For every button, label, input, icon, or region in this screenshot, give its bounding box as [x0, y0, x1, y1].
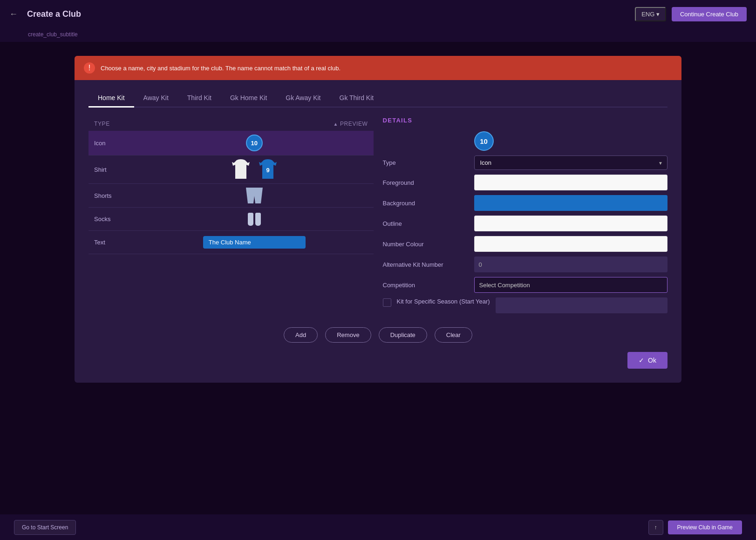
club-name-input[interactable] [203, 236, 306, 249]
outline-label: Outline [383, 220, 467, 227]
detail-row-preview: 10 [383, 131, 668, 151]
background-label: Background [383, 200, 467, 207]
clear-button[interactable]: Clear [435, 327, 472, 343]
subtitle-text: create_club_subtitle [28, 31, 78, 38]
tab-gk-away-kit[interactable]: Gk Away Kit [276, 89, 330, 108]
main-area: ! Choose a name, city and stadium for th… [0, 42, 756, 397]
kit-row-shirt[interactable]: Shirt 9 [89, 155, 374, 184]
tab-home-kit[interactable]: Home Kit [89, 89, 134, 108]
alert-text: Choose a name, city and stadium for the … [101, 65, 341, 72]
number-colour-picker[interactable] [474, 236, 668, 252]
back-button[interactable]: ← [9, 9, 18, 19]
background-color-picker[interactable] [474, 195, 668, 211]
alt-kit-value [474, 256, 668, 272]
top-right-actions: ENG ▾ Continue Create Club [635, 7, 747, 21]
tabs: Home Kit Away Kit Third Kit Gk Home Kit … [89, 89, 667, 108]
details-title: DETAILS [383, 117, 668, 124]
type-select-wrapper: Icon [474, 155, 668, 170]
kit-row-shorts[interactable]: Shorts [89, 184, 374, 208]
left-panel: TYPE ▲ PREVIEW Icon 10 [89, 117, 374, 318]
outline-value [474, 216, 668, 231]
detail-row-competition: Competition Select Competition [383, 277, 668, 293]
go-to-start-button[interactable]: Go to Start Screen [14, 520, 76, 535]
competition-value: Select Competition [474, 277, 668, 293]
detail-row-foreground: Foreground [383, 175, 668, 190]
preview-column-header: ▲ PREVIEW [333, 121, 368, 127]
modal-content: Home Kit Away Kit Third Kit Gk Home Kit … [75, 80, 681, 383]
icon-row-label: Icon [94, 140, 141, 147]
number-colour-value [474, 236, 668, 252]
shirt-plain-icon [232, 159, 250, 180]
detail-row-number-colour: Number Colour [383, 236, 668, 252]
type-label: Type [383, 159, 467, 166]
tab-gk-third-kit[interactable]: Gk Third Kit [330, 89, 383, 108]
number-colour-label: Number Colour [383, 241, 467, 248]
foreground-color-picker[interactable] [474, 175, 668, 190]
top-bar: ← Create a Club ENG ▾ Continue Create Cl… [0, 0, 756, 28]
add-button[interactable]: Add [284, 327, 318, 343]
shirt-blue-icon: 9 [259, 159, 277, 180]
column-headers: TYPE ▲ PREVIEW [89, 117, 374, 131]
shorts-icon [245, 188, 264, 203]
ok-button[interactable]: ✓ Ok [627, 352, 667, 369]
background-value [474, 195, 668, 211]
bottom-bar: Go to Start Screen ↑ Preview Club in Gam… [0, 514, 756, 540]
svg-text:9: 9 [266, 167, 269, 174]
competition-select[interactable]: Select Competition [474, 277, 668, 293]
kit-row-text[interactable]: Text [89, 231, 374, 254]
right-panel: DETAILS 10 Type Icon [383, 117, 668, 318]
socks-row-label: Socks [94, 216, 141, 223]
bottom-buttons: Add Remove Duplicate Clear [89, 318, 667, 347]
shorts-row-preview [141, 188, 368, 203]
detail-row-alt-kit: Alternative Kit Number [383, 256, 668, 272]
tab-third-kit[interactable]: Third Kit [178, 89, 221, 108]
subtitle-bar: create_club_subtitle [0, 28, 756, 42]
competition-label: Competition [383, 282, 467, 289]
outline-color-picker[interactable] [474, 216, 668, 231]
ok-checkmark-icon: ✓ [639, 357, 644, 364]
modal: ! Choose a name, city and stadium for th… [75, 56, 681, 383]
alt-kit-input[interactable] [474, 256, 668, 272]
preview-icon: 10 [474, 131, 494, 151]
socks-icon [248, 213, 261, 226]
right-sock [255, 213, 261, 226]
foreground-label: Foreground [383, 179, 467, 186]
text-row-label: Text [94, 239, 141, 246]
alt-kit-label: Alternative Kit Number [383, 261, 467, 268]
alert-icon: ! [84, 62, 95, 74]
kit-season-row: Kit for Specific Season (Start Year) [383, 297, 668, 313]
icon-row-preview: 10 [141, 135, 368, 151]
flag-selector[interactable]: ENG ▾ [635, 7, 666, 21]
detail-row-type: Type Icon [383, 155, 668, 170]
kit-season-checkbox[interactable] [383, 298, 391, 307]
page-title: Create a Club [27, 9, 81, 19]
upload-icon-button[interactable]: ↑ [648, 520, 663, 535]
tab-away-kit[interactable]: Away Kit [134, 89, 178, 108]
tab-gk-home-kit[interactable]: Gk Home Kit [221, 89, 276, 108]
detail-row-outline: Outline [383, 216, 668, 231]
remove-button[interactable]: Remove [325, 327, 371, 343]
shirt-row-label: Shirt [94, 166, 141, 173]
preview-value: 10 [474, 131, 668, 151]
kit-season-label: Kit for Specific Season (Start Year) [397, 297, 490, 306]
shirt-row-preview: 9 [141, 159, 368, 180]
text-row-preview [141, 236, 368, 249]
type-select[interactable]: Icon [474, 155, 668, 170]
socks-row-preview [141, 213, 368, 226]
duplicate-button[interactable]: Duplicate [379, 327, 427, 343]
type-column-header: TYPE [94, 121, 110, 127]
two-col-layout: TYPE ▲ PREVIEW Icon 10 [89, 117, 667, 318]
left-sock [248, 213, 253, 226]
create-club-button[interactable]: Continue Create Club [672, 7, 747, 21]
detail-row-background: Background [383, 195, 668, 211]
preview-arrow-icon: ▲ [333, 122, 338, 127]
jersey-number-icon: 10 [246, 135, 263, 151]
alert-banner: ! Choose a name, city and stadium for th… [75, 56, 681, 80]
foreground-value [474, 175, 668, 190]
kit-row-icon[interactable]: Icon 10 [89, 131, 374, 155]
kit-season-input[interactable] [496, 297, 667, 313]
preview-club-button[interactable]: Preview Club in Game [668, 520, 742, 534]
shorts-row-label: Shorts [94, 192, 141, 199]
kit-row-socks[interactable]: Socks [89, 208, 374, 231]
ok-btn-area: ✓ Ok [89, 347, 667, 369]
